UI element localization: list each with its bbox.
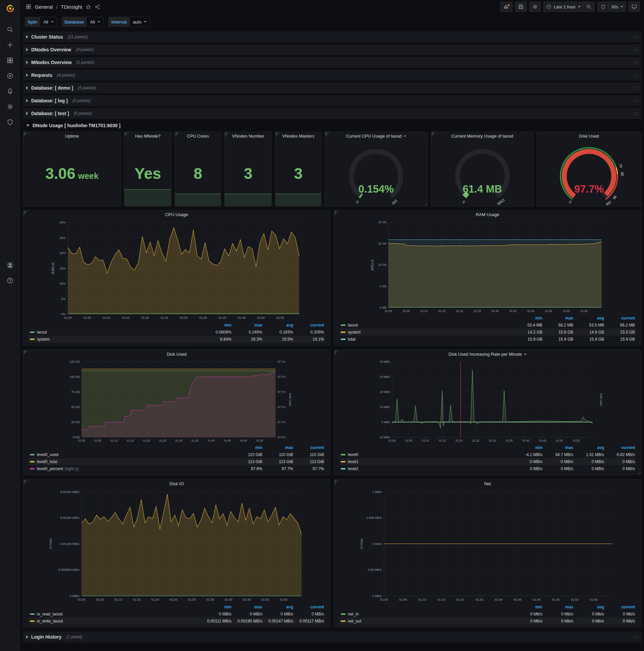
row-header-3[interactable]: Requests(4 panels) [23,70,641,81]
series-swatch[interactable] [341,613,346,615]
row-drag-handle[interactable] [633,73,638,77]
net-chart[interactable]: -1 Mb/s-0.50 Mb/s0 Mb/s0.500 Mb/s1 Mb/s0… [334,488,641,603]
legend-col-min[interactable]: min [512,316,542,320]
info-icon[interactable]: i [334,479,340,485]
row-dnode-usage[interactable]: DNode Usage [ huolinhe-TM1701:6030 ] [23,121,641,130]
info-icon[interactable]: i [175,132,181,137]
refresh-interval-dropdown[interactable]: 30s [609,2,626,12]
panel-title[interactable]: VNodes Number [224,132,272,141]
save-dashboard-button[interactable] [515,2,526,12]
series-name[interactable]: net_out [348,619,361,623]
explore-compass-icon[interactable] [0,68,20,84]
refresh-button[interactable] [598,2,609,12]
help-icon[interactable] [0,273,20,288]
legend-col-max[interactable]: max [231,605,262,610]
row-header-6[interactable]: Database: [ test ](5 panels) [23,108,641,119]
legend-col-min[interactable]: min [231,445,262,450]
series-name[interactable]: level0_percent [37,466,63,471]
series-name[interactable]: io_read_taosd [37,612,62,616]
info-icon[interactable]: i [334,210,340,216]
server-admin-shield-icon[interactable] [0,115,20,130]
row-drag-handle[interactable] [633,112,638,116]
row-header-1[interactable]: DNodes Overview(4 panels) [23,44,641,55]
user-avatar[interactable] [0,257,20,273]
series-name[interactable]: net_in [348,612,359,616]
series-swatch[interactable] [341,461,346,462]
series-swatch[interactable] [341,339,346,340]
resize-handle[interactable] [638,472,640,474]
series-name[interactable]: level0_used [37,452,58,457]
resize-handle[interactable] [425,204,427,206]
star-icon[interactable] [86,4,91,10]
breadcrumb-section[interactable]: General [35,4,53,10]
legend-col-min[interactable]: min [201,323,231,328]
cycle-view-mode-button[interactable] [629,2,640,12]
cpu-usage-chart[interactable]: 0%5%10%15%20%25%30%01:0001:0501:1001:150… [23,219,330,321]
series-name[interactable]: system [348,330,361,335]
series-swatch[interactable] [341,324,346,326]
info-icon[interactable]: i [23,210,29,216]
series-name[interactable]: io_write_taosd [37,619,63,623]
series-swatch[interactable] [341,620,346,622]
share-icon[interactable] [95,4,100,10]
panel-title[interactable]: Net [334,479,641,488]
legend-col-avg[interactable]: avg [573,316,604,320]
legend-col-max[interactable]: max [542,605,573,610]
panel-title[interactable]: Disk Used [23,350,330,359]
ram-usage-chart[interactable]: 0 MB5 GB10 GB15 GB20 GB01:0001:0501:1001… [334,219,641,314]
row-drag-handle[interactable] [633,48,638,52]
variable-fqdn-value-dropdown[interactable]: All [40,17,57,27]
panel-title[interactable]: Uptime [23,132,121,141]
series-swatch[interactable] [30,468,35,469]
series-swatch[interactable] [341,468,346,469]
panel-title[interactable]: Has MNode? [124,132,171,141]
panel-title[interactable]: Current CPU Usage of taosd [325,132,427,141]
legend-col-max[interactable]: max [231,323,262,328]
row-drag-handle[interactable] [633,86,638,90]
legend-col-avg[interactable]: avg [573,605,604,610]
info-icon[interactable]: i [431,132,437,137]
series-name[interactable]: taosd [37,330,46,335]
legend-col-max[interactable]: max [542,445,573,450]
legend-col-current[interactable]: current [293,445,324,450]
info-icon[interactable]: i [325,132,330,137]
panel-title[interactable]: Disk IO [23,479,330,488]
disk-used-chart[interactable]: 0 GiB97.6%25 GiB97.7%50 GiB97.7%75 GiB97… [23,359,330,443]
dashboards-icon[interactable] [0,53,20,68]
row-drag-handle[interactable] [633,635,638,639]
row-login-history[interactable]: Login History (1 panel) [23,631,641,642]
panel-title[interactable]: Current Memory Usage of taosd [431,132,534,141]
series-name[interactable]: level0 [348,452,358,457]
panel-title[interactable]: CPU Cores [175,132,221,141]
panel-title[interactable]: RAM Usage [334,210,641,219]
row-drag-handle[interactable] [633,35,638,39]
row-header-0[interactable]: Cluster Status(21 panels) [23,32,641,42]
panel-title[interactable]: CPU Usage [23,210,330,219]
legend-col-current[interactable]: current [604,445,635,450]
zoom-out-button[interactable] [583,2,595,12]
legend-col-max[interactable]: max [542,316,573,320]
info-icon[interactable]: i [224,132,230,137]
series-name[interactable]: level2 [348,466,358,471]
series-swatch[interactable] [30,620,35,622]
disk-rate-chart[interactable]: -10 MB/s0 MB/s10 MB/s20 MB/s30 MB/s40 MB… [334,359,641,443]
variable-database-value-dropdown[interactable]: All [87,17,103,27]
series-swatch[interactable] [341,332,346,333]
series-swatch[interactable] [30,454,35,455]
legend-col-min[interactable]: min [201,605,231,610]
legend-col-avg[interactable]: avg [262,605,293,610]
legend-col-current[interactable]: current [604,605,635,610]
series-swatch[interactable] [30,461,35,462]
row-drag-handle[interactable] [633,99,638,103]
info-icon[interactable]: i [23,350,29,356]
legend-col-avg[interactable]: avg [262,323,293,328]
legend-col-current[interactable]: current [293,323,324,328]
info-icon[interactable]: i [124,132,130,137]
series-name[interactable]: level1 [348,459,358,464]
series-swatch[interactable] [30,613,35,615]
row-drag-handle[interactable] [633,61,638,64]
row-header-4[interactable]: Database: [ demo ](5 panels) [23,83,641,93]
panel-title[interactable]: VNodes Masters [275,132,321,141]
create-plus-icon[interactable] [0,37,20,53]
legend-col-min[interactable]: min [512,445,542,450]
